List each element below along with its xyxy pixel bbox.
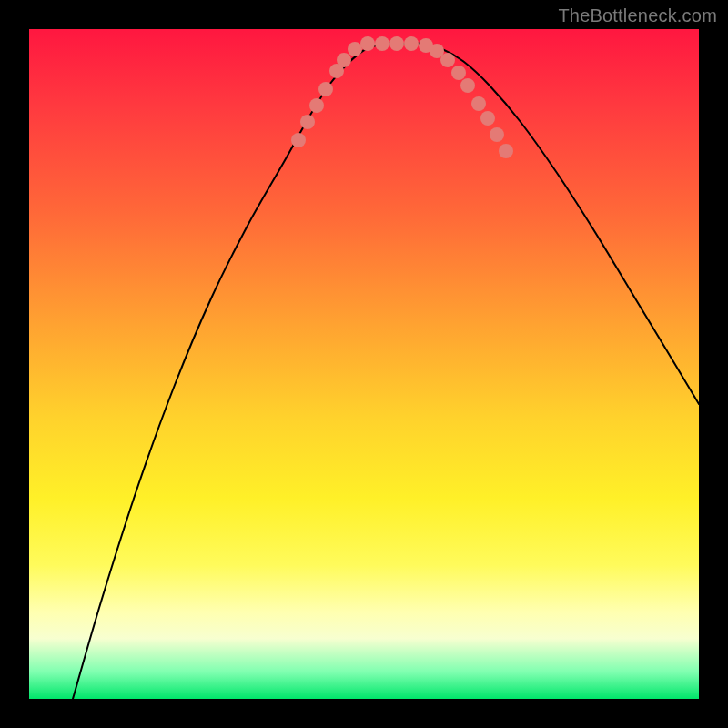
highlight-dot bbox=[375, 36, 389, 51]
highlight-dot bbox=[337, 53, 351, 67]
highlight-dot bbox=[348, 42, 362, 56]
highlight-dot bbox=[318, 82, 333, 96]
plot-area bbox=[29, 29, 699, 699]
highlight-dot bbox=[291, 133, 306, 147]
curve-layer bbox=[29, 29, 699, 699]
highlight-dot bbox=[404, 36, 419, 51]
highlight-dot bbox=[440, 53, 455, 67]
highlight-dot bbox=[451, 66, 466, 80]
highlight-dot bbox=[389, 36, 404, 51]
highlight-dot bbox=[499, 144, 513, 158]
highlight-dot bbox=[460, 78, 475, 93]
highlight-dot bbox=[300, 115, 315, 129]
highlight-dot bbox=[309, 98, 324, 113]
highlight-dot bbox=[480, 111, 495, 126]
bottleneck-curve bbox=[73, 44, 699, 699]
highlight-dot bbox=[471, 96, 486, 111]
highlight-dot bbox=[490, 127, 504, 142]
highlight-dots bbox=[291, 36, 513, 158]
chart-frame: TheBottleneck.com bbox=[0, 0, 728, 728]
highlight-dot bbox=[360, 36, 375, 51]
watermark-text: TheBottleneck.com bbox=[558, 5, 717, 26]
